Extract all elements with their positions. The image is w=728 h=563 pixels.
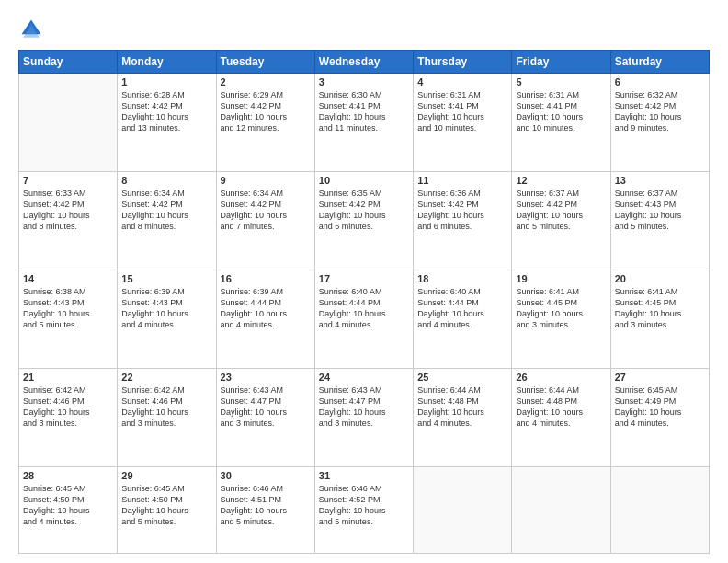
day-number: 27 <box>615 372 705 383</box>
calendar-cell: 3Sunrise: 6:30 AM Sunset: 4:41 PM Daylig… <box>314 74 413 172</box>
calendar-cell: 27Sunrise: 6:45 AM Sunset: 4:49 PM Dayli… <box>610 369 709 467</box>
calendar-cell: 23Sunrise: 6:43 AM Sunset: 4:47 PM Dayli… <box>216 369 314 467</box>
calendar-cell: 8Sunrise: 6:34 AM Sunset: 4:42 PM Daylig… <box>118 172 216 270</box>
day-number: 29 <box>121 470 211 481</box>
day-header-monday: Monday <box>118 51 216 74</box>
day-info: Sunrise: 6:42 AM Sunset: 4:46 PM Dayligh… <box>121 385 211 430</box>
day-info: Sunrise: 6:33 AM Sunset: 4:42 PM Dayligh… <box>23 188 113 233</box>
day-info: Sunrise: 6:32 AM Sunset: 4:42 PM Dayligh… <box>615 89 705 134</box>
day-number: 11 <box>417 175 507 186</box>
calendar-cell: 6Sunrise: 6:32 AM Sunset: 4:42 PM Daylig… <box>610 74 709 172</box>
day-info: Sunrise: 6:40 AM Sunset: 4:44 PM Dayligh… <box>417 286 507 331</box>
day-number: 7 <box>23 175 113 186</box>
day-header-thursday: Thursday <box>414 51 512 74</box>
calendar-cell: 14Sunrise: 6:38 AM Sunset: 4:43 PM Dayli… <box>19 270 118 369</box>
week-row-0: 1Sunrise: 6:28 AM Sunset: 4:42 PM Daylig… <box>19 74 710 172</box>
day-number: 13 <box>615 175 705 186</box>
day-number: 9 <box>221 175 311 186</box>
calendar-cell: 31Sunrise: 6:46 AM Sunset: 4:52 PM Dayli… <box>314 467 413 554</box>
day-info: Sunrise: 6:45 AM Sunset: 4:49 PM Dayligh… <box>615 385 705 430</box>
day-info: Sunrise: 6:35 AM Sunset: 4:42 PM Dayligh… <box>319 188 409 233</box>
week-row-4: 28Sunrise: 6:45 AM Sunset: 4:50 PM Dayli… <box>19 467 710 554</box>
calendar-cell: 26Sunrise: 6:44 AM Sunset: 4:48 PM Dayli… <box>512 369 610 467</box>
day-header-saturday: Saturday <box>610 51 709 74</box>
calendar-cell: 12Sunrise: 6:37 AM Sunset: 4:42 PM Dayli… <box>512 172 610 270</box>
day-number: 22 <box>121 372 211 383</box>
page: SundayMondayTuesdayWednesdayThursdayFrid… <box>0 0 728 563</box>
day-number: 10 <box>319 175 409 186</box>
day-info: Sunrise: 6:43 AM Sunset: 4:47 PM Dayligh… <box>319 385 409 430</box>
day-number: 5 <box>516 76 606 87</box>
calendar-cell: 9Sunrise: 6:34 AM Sunset: 4:42 PM Daylig… <box>216 172 314 270</box>
day-number: 23 <box>221 372 311 383</box>
calendar-cell: 21Sunrise: 6:42 AM Sunset: 4:46 PM Dayli… <box>19 369 118 467</box>
day-number: 6 <box>615 76 705 87</box>
calendar-cell <box>19 74 118 172</box>
calendar-cell: 22Sunrise: 6:42 AM Sunset: 4:46 PM Dayli… <box>118 369 216 467</box>
header <box>18 17 710 42</box>
calendar-cell <box>414 467 512 554</box>
day-info: Sunrise: 6:31 AM Sunset: 4:41 PM Dayligh… <box>417 89 507 134</box>
day-info: Sunrise: 6:37 AM Sunset: 4:42 PM Dayligh… <box>516 188 606 233</box>
day-number: 24 <box>319 372 409 383</box>
day-info: Sunrise: 6:41 AM Sunset: 4:45 PM Dayligh… <box>516 286 606 331</box>
day-info: Sunrise: 6:44 AM Sunset: 4:48 PM Dayligh… <box>516 385 606 430</box>
day-number: 12 <box>516 175 606 186</box>
day-info: Sunrise: 6:31 AM Sunset: 4:41 PM Dayligh… <box>516 89 606 134</box>
day-number: 21 <box>23 372 113 383</box>
day-info: Sunrise: 6:38 AM Sunset: 4:43 PM Dayligh… <box>23 286 113 331</box>
day-number: 25 <box>417 372 507 383</box>
calendar-cell: 25Sunrise: 6:44 AM Sunset: 4:48 PM Dayli… <box>414 369 512 467</box>
day-number: 4 <box>417 76 507 87</box>
calendar-cell: 2Sunrise: 6:29 AM Sunset: 4:42 PM Daylig… <box>216 74 314 172</box>
logo <box>18 17 46 42</box>
day-info: Sunrise: 6:45 AM Sunset: 4:50 PM Dayligh… <box>23 483 113 528</box>
day-info: Sunrise: 6:46 AM Sunset: 4:51 PM Dayligh… <box>221 483 311 528</box>
calendar-cell: 20Sunrise: 6:41 AM Sunset: 4:45 PM Dayli… <box>610 270 709 369</box>
day-info: Sunrise: 6:28 AM Sunset: 4:42 PM Dayligh… <box>121 89 211 134</box>
day-number: 17 <box>319 273 409 284</box>
header-row: SundayMondayTuesdayWednesdayThursdayFrid… <box>19 51 710 74</box>
calendar-cell: 7Sunrise: 6:33 AM Sunset: 4:42 PM Daylig… <box>19 172 118 270</box>
calendar-cell: 28Sunrise: 6:45 AM Sunset: 4:50 PM Dayli… <box>19 467 118 554</box>
calendar-cell: 5Sunrise: 6:31 AM Sunset: 4:41 PM Daylig… <box>512 74 610 172</box>
calendar-cell: 17Sunrise: 6:40 AM Sunset: 4:44 PM Dayli… <box>314 270 413 369</box>
day-info: Sunrise: 6:34 AM Sunset: 4:42 PM Dayligh… <box>121 188 211 233</box>
calendar-cell: 19Sunrise: 6:41 AM Sunset: 4:45 PM Dayli… <box>512 270 610 369</box>
week-row-2: 14Sunrise: 6:38 AM Sunset: 4:43 PM Dayli… <box>19 270 710 369</box>
calendar-cell: 10Sunrise: 6:35 AM Sunset: 4:42 PM Dayli… <box>314 172 413 270</box>
calendar-cell: 11Sunrise: 6:36 AM Sunset: 4:42 PM Dayli… <box>414 172 512 270</box>
day-header-sunday: Sunday <box>19 51 118 74</box>
calendar-cell: 24Sunrise: 6:43 AM Sunset: 4:47 PM Dayli… <box>314 369 413 467</box>
day-number: 2 <box>221 76 311 87</box>
day-number: 31 <box>319 470 409 481</box>
calendar-cell: 1Sunrise: 6:28 AM Sunset: 4:42 PM Daylig… <box>118 74 216 172</box>
week-row-1: 7Sunrise: 6:33 AM Sunset: 4:42 PM Daylig… <box>19 172 710 270</box>
logo-icon <box>18 17 44 42</box>
day-info: Sunrise: 6:46 AM Sunset: 4:52 PM Dayligh… <box>319 483 409 528</box>
day-header-tuesday: Tuesday <box>216 51 314 74</box>
calendar-cell: 15Sunrise: 6:39 AM Sunset: 4:43 PM Dayli… <box>118 270 216 369</box>
day-info: Sunrise: 6:43 AM Sunset: 4:47 PM Dayligh… <box>221 385 311 430</box>
day-info: Sunrise: 6:45 AM Sunset: 4:50 PM Dayligh… <box>121 483 211 528</box>
day-number: 30 <box>221 470 311 481</box>
day-number: 26 <box>516 372 606 383</box>
day-header-friday: Friday <box>512 51 610 74</box>
day-number: 19 <box>516 273 606 284</box>
day-info: Sunrise: 6:39 AM Sunset: 4:43 PM Dayligh… <box>121 286 211 331</box>
calendar-cell <box>610 467 709 554</box>
calendar-cell: 16Sunrise: 6:39 AM Sunset: 4:44 PM Dayli… <box>216 270 314 369</box>
day-info: Sunrise: 6:34 AM Sunset: 4:42 PM Dayligh… <box>221 188 311 233</box>
calendar-cell: 13Sunrise: 6:37 AM Sunset: 4:43 PM Dayli… <box>610 172 709 270</box>
day-number: 8 <box>121 175 211 186</box>
calendar-cell: 18Sunrise: 6:40 AM Sunset: 4:44 PM Dayli… <box>414 270 512 369</box>
calendar-cell: 29Sunrise: 6:45 AM Sunset: 4:50 PM Dayli… <box>118 467 216 554</box>
day-info: Sunrise: 6:37 AM Sunset: 4:43 PM Dayligh… <box>615 188 705 233</box>
day-info: Sunrise: 6:41 AM Sunset: 4:45 PM Dayligh… <box>615 286 705 331</box>
week-row-3: 21Sunrise: 6:42 AM Sunset: 4:46 PM Dayli… <box>19 369 710 467</box>
day-header-wednesday: Wednesday <box>314 51 413 74</box>
day-info: Sunrise: 6:42 AM Sunset: 4:46 PM Dayligh… <box>23 385 113 430</box>
day-info: Sunrise: 6:40 AM Sunset: 4:44 PM Dayligh… <box>319 286 409 331</box>
day-info: Sunrise: 6:30 AM Sunset: 4:41 PM Dayligh… <box>319 89 409 134</box>
day-info: Sunrise: 6:44 AM Sunset: 4:48 PM Dayligh… <box>417 385 507 430</box>
